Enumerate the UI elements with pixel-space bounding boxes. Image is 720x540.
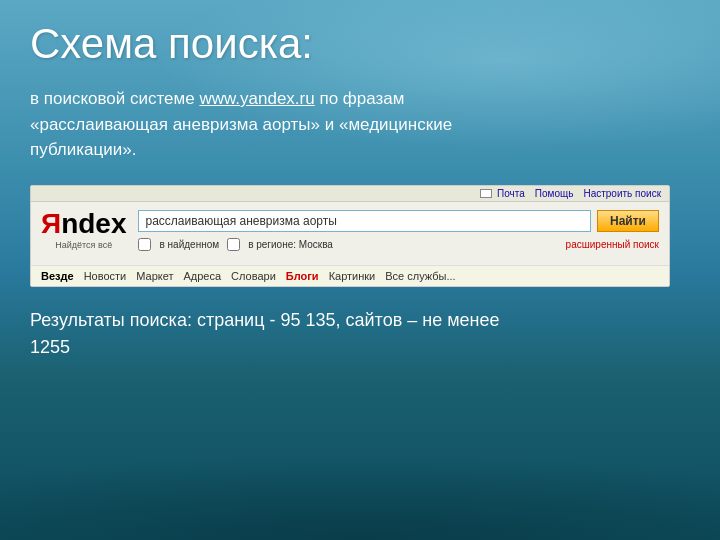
logo-ndex: ndex bbox=[61, 208, 126, 239]
yandex-topbar: Почта Помощь Настроить поиск bbox=[31, 186, 669, 202]
nav-kartinki[interactable]: Картинки bbox=[329, 270, 376, 282]
envelope-icon bbox=[480, 189, 492, 198]
yandex-nav-bar: Везде Новости Маркет Адреса Словари Блог… bbox=[31, 265, 669, 286]
nav-adresa[interactable]: Адреса bbox=[183, 270, 221, 282]
advanced-link-container: расширенный поиск bbox=[566, 239, 659, 250]
in-found-label: в найденном bbox=[159, 239, 219, 250]
nav-market[interactable]: Маркет bbox=[136, 270, 173, 282]
subtitle-prefix: в поисковой системе bbox=[30, 89, 199, 108]
nav-slovari[interactable]: Словари bbox=[231, 270, 276, 282]
options-row: в найденном в регионе: Москва расширенны… bbox=[138, 238, 659, 251]
region-value: Москва bbox=[299, 239, 333, 250]
main-content: Схема поиска: в поисковой системе www.ya… bbox=[0, 0, 720, 381]
page-title: Схема поиска: bbox=[30, 20, 690, 68]
yandex-logo: Яndex Найдётся всё bbox=[41, 210, 126, 250]
yandex-main-area: Яndex Найдётся всё Найти в найденном в р… bbox=[31, 202, 669, 265]
yandex-screenshot: Почта Помощь Настроить поиск Яndex Найдё… bbox=[30, 185, 670, 287]
settings-label[interactable]: Настроить поиск bbox=[583, 188, 661, 199]
result-text: Результаты поиска: страниц - 95 135, сай… bbox=[30, 307, 530, 361]
yandex-link[interactable]: www.yandex.ru bbox=[199, 89, 314, 108]
yandex-logo-text: Яndex bbox=[41, 210, 126, 238]
logo-y-letter: Я bbox=[41, 208, 61, 239]
advanced-search-link[interactable]: расширенный поиск bbox=[566, 239, 659, 250]
nav-blogi[interactable]: Блоги bbox=[286, 270, 319, 282]
nav-novosti[interactable]: Новости bbox=[84, 270, 127, 282]
region-label: в регионе: Москва bbox=[248, 239, 333, 250]
search-button[interactable]: Найти bbox=[597, 210, 659, 232]
nav-vezde[interactable]: Везде bbox=[41, 270, 74, 282]
subtitle-text: в поисковой системе www.yandex.ru по фра… bbox=[30, 86, 530, 163]
nav-all-services[interactable]: Все службы... bbox=[385, 270, 455, 282]
search-row: Найти bbox=[138, 210, 659, 232]
yandex-search-area: Найти в найденном в регионе: Москва расш… bbox=[138, 210, 659, 257]
help-label[interactable]: Помощь bbox=[535, 188, 574, 199]
region-prefix: в регионе: bbox=[248, 239, 296, 250]
mail-label[interactable]: Почта bbox=[497, 188, 525, 199]
in-found-checkbox[interactable] bbox=[138, 238, 151, 251]
yandex-tagline: Найдётся всё bbox=[55, 240, 112, 250]
in-region-checkbox[interactable] bbox=[227, 238, 240, 251]
search-input[interactable] bbox=[138, 210, 591, 232]
mail-link[interactable]: Почта bbox=[480, 188, 525, 199]
